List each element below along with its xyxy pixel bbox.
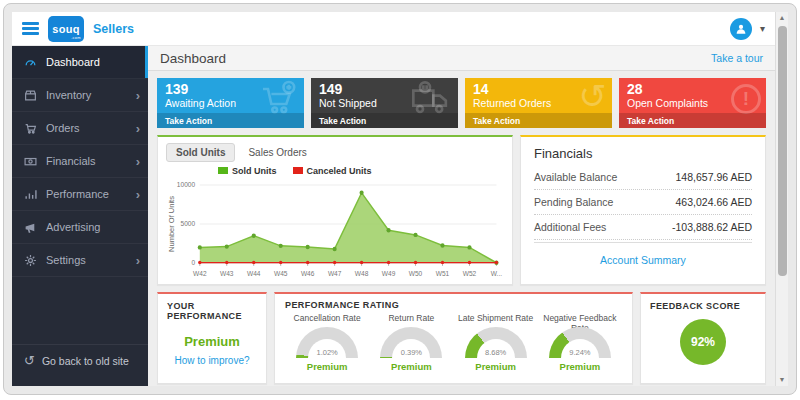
page-title: Dashboard [160,51,226,66]
gauge-status: Premium [538,361,622,372]
take-action-button[interactable]: Take Action [157,113,304,128]
chevron-right-icon: › [136,188,140,201]
user-avatar[interactable] [730,18,752,40]
sidebar-item-settings[interactable]: Settings › [12,244,148,277]
sidebar-item-label: Advertising [46,221,100,233]
brand-text: souq [52,23,79,35]
svg-text:W51: W51 [436,270,450,277]
go-back-old-site-link[interactable]: ↺ Go back to old site [12,344,148,376]
gauge-label: Cancellation Rate [285,313,369,324]
svg-text:W49: W49 [382,270,396,277]
card-not-shipped[interactable]: 149 Not Shipped Take Action [311,78,458,128]
card-value: 139 [165,82,296,97]
sidebar-item-performance[interactable]: Performance › [12,178,148,211]
svg-text:0: 0 [191,259,195,266]
units-chart-panel: Sold Units Sales Orders Sold Units Cance… [157,135,513,285]
card-value: 149 [319,82,450,97]
app: souq .com Sellers ▾ Dashboard Inventory … [12,12,788,386]
card-open-complaints[interactable]: ! 28 Open Complaints Take Action [619,78,766,128]
stat-cards-row: 139 Awaiting Action Take Action 149 Not … [157,78,766,128]
sidebar-item-label: Inventory [46,89,91,101]
svg-text:W46: W46 [301,270,315,277]
souq-logo[interactable]: souq .com [48,16,84,42]
sold-units-swatch [218,167,228,174]
feedback-score-title: FEEDBACK SCORE [650,301,756,311]
sidebar-item-inventory[interactable]: Inventory › [12,79,148,112]
svg-text:Number Of Units: Number Of Units [168,196,177,252]
gauge-return-rate: Return Rate 0.39% Premium [369,313,453,372]
feedback-score-badge: 92% [680,319,726,365]
feedback-score-panel: FEEDBACK SCORE 92% [640,292,766,384]
card-returned-orders[interactable]: ↺ 14 Returned Orders Take Action [465,78,612,128]
card-label: Returned Orders [473,97,604,109]
brand-tld: .com [71,35,81,40]
take-action-button[interactable]: Take Action [619,113,766,128]
chevron-right-icon: › [136,89,140,102]
gauge-value: 8.68% [465,348,527,357]
fin-value: -103,888.62 AED [672,221,752,233]
gauge-status: Premium [454,361,538,372]
product-name: Sellers [93,22,134,36]
legend-label: Canceled Units [307,166,372,176]
fin-label: Additional Fees [534,221,606,233]
gauge-value: 1.02% [296,348,358,357]
gauge-meter: 0.39% [380,327,442,358]
legend-label: Sold Units [232,166,277,176]
financials-row-available-balance: Available Balance 148,657.96 AED [534,165,752,190]
dashboard-gauge-icon [24,55,38,69]
performance-status: Premium [167,334,257,349]
chevron-down-icon[interactable]: ▾ [760,23,765,34]
megaphone-icon [24,220,38,234]
svg-text:W45: W45 [274,270,288,277]
scroll-up-icon[interactable]: ▲ [779,12,786,24]
sidebar-item-label: Financials [46,155,96,167]
tab-sales-orders[interactable]: Sales Orders [239,144,315,161]
svg-text:W...: W... [491,270,502,277]
tab-sold-units[interactable]: Sold Units [166,143,235,162]
gauge-value: 0.39% [380,348,442,357]
gauge-meter: 8.68% [465,327,527,358]
card-label: Awaiting Action [165,97,296,109]
undo-arrow-icon: ↺ [24,353,35,368]
svg-text:W43: W43 [220,270,234,277]
sidebar-item-advertising[interactable]: Advertising [12,211,148,244]
sidebar-item-dashboard[interactable]: Dashboard [12,46,148,79]
canceled-units-swatch [293,167,303,174]
gear-icon [24,253,38,267]
cart-icon [24,121,38,135]
inventory-box-icon [24,88,38,102]
svg-text:W42: W42 [193,270,207,277]
topbar: souq .com Sellers ▾ [12,12,775,46]
card-label: Not Shipped [319,97,450,109]
scroll-down-icon[interactable]: ▼ [779,374,786,386]
how-to-improve-link[interactable]: How to improve? [167,355,257,366]
gauge-meter: 1.02% [296,327,358,358]
gauge-label: Negative Feedback Rate [538,313,622,324]
financials-row-additional-fees: Additional Fees -103,888.62 AED [534,215,752,240]
vertical-scrollbar[interactable]: ▲ ▼ [775,12,788,386]
fin-value: 148,657.96 AED [676,171,752,183]
gauge-negative-feedback-rate: Negative Feedback Rate 9.24% Premium [538,313,622,372]
fin-label: Available Balance [534,171,617,183]
scrollbar-thumb[interactable] [778,26,787,276]
bar-chart-icon [24,187,38,201]
gauge-late-shipment-rate: Late Shipment Rate 8.68% Premium [454,313,538,372]
account-summary-link[interactable]: Account Summary [600,254,686,266]
gauge-cancellation-rate: Cancellation Rate 1.02% Premium [285,313,369,372]
person-icon [734,22,748,36]
take-action-button[interactable]: Take Action [465,113,612,128]
hamburger-menu-icon[interactable] [22,20,39,38]
card-awaiting-action[interactable]: 139 Awaiting Action Take Action [157,78,304,128]
svg-text:W50: W50 [409,270,423,277]
chart-legend: Sold Units Canceled Units [218,164,504,177]
financials-title: Financials [534,146,752,161]
go-back-label: Go back to old site [42,355,129,367]
gauges-row: Cancellation Rate 1.02% Premium Return R… [285,313,622,372]
sidebar-item-label: Dashboard [46,56,100,68]
take-a-tour-link[interactable]: Take a tour [711,52,763,64]
fin-label: Pending Balance [534,196,613,208]
take-action-button[interactable]: Take Action [311,113,458,128]
sidebar-item-orders[interactable]: Orders › [12,112,148,145]
card-value: 28 [627,82,758,97]
sidebar-item-financials[interactable]: Financials › [12,145,148,178]
